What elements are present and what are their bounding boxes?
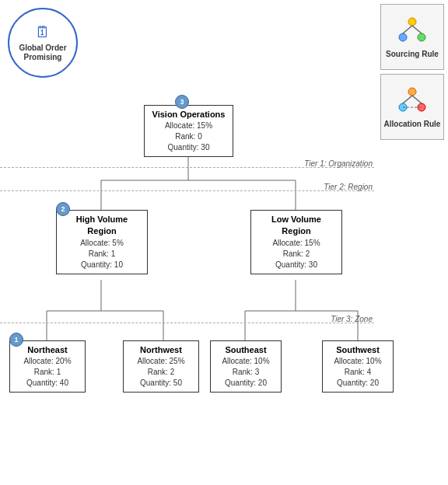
node-low-volume: Low Volume Region Allocate: 15% Rank: 2 … (250, 210, 342, 274)
high-volume-rank: Rank: 1 (61, 249, 142, 260)
northeast-quantity: Quantity: 40 (15, 378, 80, 389)
svg-point-5 (408, 88, 416, 96)
svg-line-8 (403, 96, 412, 103)
badge-northeast: 1 (9, 333, 23, 347)
northeast-rank: Rank: 1 (15, 367, 80, 378)
southwest-allocate: Allocate: 10% (327, 356, 388, 367)
logo-icon: 🗓 (35, 23, 51, 41)
badge-high-volume: 2 (56, 202, 70, 216)
northwest-rank: Rank: 2 (128, 367, 194, 378)
high-volume-quantity: Quantity: 10 (61, 260, 142, 270)
high-volume-allocate: Allocate: 5% (61, 238, 142, 249)
tier1-label: Tier 1: Organization (304, 159, 373, 168)
vision-ops-allocate: Allocate: 15% (149, 120, 228, 131)
sourcing-rule-label: Sourcing Rule (386, 50, 439, 58)
logo-text: Global Order Promising (9, 44, 76, 62)
main-container: 🗓 Global Order Promising Sourcing Rule (0, 0, 448, 485)
northeast-allocate: Allocate: 20% (15, 356, 80, 367)
node-northeast: Northeast Allocate: 20% Rank: 1 Quantity… (9, 340, 86, 393)
logo-area: 🗓 Global Order Promising (8, 8, 78, 78)
southeast-rank: Rank: 3 (215, 367, 276, 378)
tier3-line (0, 323, 374, 323)
northwest-quantity: Quantity: 50 (128, 378, 194, 389)
allocation-rule-icon (397, 85, 428, 117)
low-volume-allocate: Allocate: 15% (256, 238, 337, 249)
vision-ops-quantity: Quantity: 30 (149, 142, 228, 153)
southwest-quantity: Quantity: 20 (327, 378, 388, 389)
vision-ops-title: Vision Operations (149, 109, 228, 120)
vision-ops-rank: Rank: 0 (149, 131, 228, 142)
tier2-line (0, 190, 374, 191)
node-southeast: Southeast Allocate: 10% Rank: 3 Quantity… (210, 340, 282, 393)
svg-line-3 (403, 26, 412, 33)
southeast-title: Southeast (215, 344, 276, 356)
node-northwest: Northwest Allocate: 25% Rank: 2 Quantity… (123, 340, 199, 393)
node-vision-operations: Vision Operations Allocate: 15% Rank: 0 … (144, 105, 233, 157)
low-volume-title: Low Volume Region (256, 214, 337, 238)
southwest-title: Southwest (327, 344, 388, 356)
southeast-allocate: Allocate: 10% (215, 356, 276, 367)
svg-line-9 (412, 96, 422, 103)
right-panel: Sourcing Rule Allocation Rule (380, 4, 444, 140)
northeast-title: Northeast (15, 344, 80, 356)
high-volume-title: High Volume Region (61, 214, 142, 238)
northwest-allocate: Allocate: 25% (128, 356, 194, 367)
sourcing-rule-icon (397, 16, 428, 47)
tier3-label: Tier 3: Zone (331, 315, 373, 323)
tier2-label: Tier 2: Region (324, 183, 373, 191)
southeast-quantity: Quantity: 20 (215, 378, 276, 389)
svg-point-2 (418, 33, 425, 41)
node-high-volume: High Volume Region Allocate: 5% Rank: 1 … (56, 210, 148, 274)
southwest-rank: Rank: 4 (327, 367, 388, 378)
low-volume-quantity: Quantity: 30 (256, 260, 337, 270)
northwest-title: Northwest (128, 344, 194, 356)
allocation-rule-button[interactable]: Allocation Rule (380, 74, 444, 140)
sourcing-rule-button[interactable]: Sourcing Rule (380, 4, 444, 70)
allocation-rule-label: Allocation Rule (384, 120, 441, 128)
node-southwest: Southwest Allocate: 10% Rank: 4 Quantity… (322, 340, 394, 393)
badge-vision-ops: 3 (175, 95, 189, 109)
svg-point-1 (399, 33, 407, 41)
svg-point-0 (408, 18, 416, 26)
svg-line-4 (412, 26, 422, 33)
low-volume-rank: Rank: 2 (256, 249, 337, 260)
